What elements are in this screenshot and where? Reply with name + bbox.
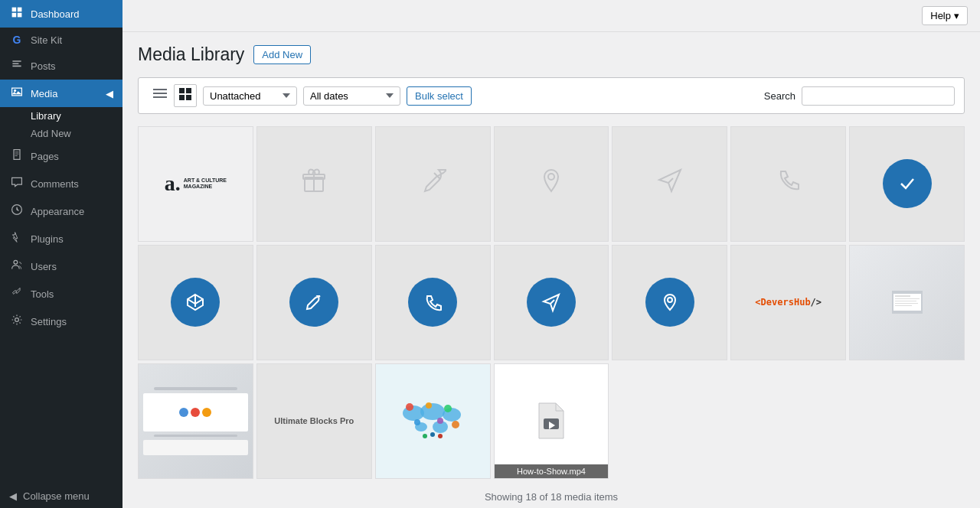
svg-rect-11 bbox=[186, 88, 191, 93]
svg-rect-7 bbox=[153, 89, 167, 90]
media-item[interactable] bbox=[138, 363, 253, 479]
posts-icon bbox=[9, 58, 24, 73]
sidebar-item-label: Site Kit bbox=[31, 34, 62, 46]
sidebar-item-posts[interactable]: Posts bbox=[0, 52, 122, 80]
media-icon-circle bbox=[645, 278, 694, 327]
svg-point-33 bbox=[437, 418, 443, 424]
page-title: Media Library bbox=[138, 44, 244, 65]
plugins-icon bbox=[9, 231, 24, 246]
svg-point-17 bbox=[668, 298, 672, 302]
view-toggle bbox=[148, 84, 197, 107]
svg-rect-24 bbox=[895, 305, 912, 306]
svg-point-36 bbox=[430, 432, 435, 437]
media-icon-outline bbox=[300, 167, 328, 200]
sidebar-item-label: Settings bbox=[31, 316, 67, 327]
sidebar-arrow: ◀ bbox=[106, 88, 113, 99]
sidebar-item-label: Appearance bbox=[31, 206, 84, 217]
media-item[interactable] bbox=[256, 245, 372, 360]
media-filename: How-to-Show.mp4 bbox=[495, 464, 609, 478]
list-view-button[interactable] bbox=[148, 84, 172, 107]
svg-rect-22 bbox=[895, 301, 916, 301]
media-grid: a. ART & CULTUREMAGAZINE bbox=[138, 126, 965, 479]
media-icon-circle bbox=[883, 159, 932, 208]
sidebar-item-settings[interactable]: Settings bbox=[0, 308, 122, 335]
svg-point-30 bbox=[406, 403, 413, 411]
media-item[interactable] bbox=[849, 126, 965, 242]
svg-rect-10 bbox=[179, 88, 185, 93]
media-item[interactable] bbox=[612, 126, 727, 242]
media-item[interactable] bbox=[849, 245, 965, 360]
sidebar-sub-add-new[interactable]: Add New bbox=[0, 125, 122, 142]
svg-point-16 bbox=[548, 174, 554, 180]
collapse-icon: ◀ bbox=[9, 490, 17, 502]
sidebar-item-label: Users bbox=[31, 261, 57, 272]
sidebar-item-tools[interactable]: Tools bbox=[0, 280, 122, 308]
svg-point-4 bbox=[14, 90, 16, 92]
svg-point-32 bbox=[444, 405, 452, 412]
svg-rect-13 bbox=[186, 95, 191, 100]
media-item[interactable] bbox=[256, 126, 372, 242]
svg-point-34 bbox=[414, 419, 420, 425]
sidebar-item-label: Posts bbox=[31, 60, 56, 72]
media-icon-circle bbox=[171, 278, 220, 327]
media-item[interactable] bbox=[375, 363, 491, 479]
media-item[interactable] bbox=[730, 126, 846, 242]
sidebar-item-label: Plugins bbox=[31, 233, 64, 245]
media-item[interactable]: How-to-Show.mp4 bbox=[494, 363, 609, 479]
add-new-button[interactable]: Add New bbox=[253, 45, 311, 64]
dashboard-icon bbox=[9, 6, 24, 21]
media-item[interactable] bbox=[138, 245, 253, 360]
svg-rect-1 bbox=[18, 8, 22, 12]
sidebar-item-users[interactable]: Users bbox=[0, 252, 122, 280]
svg-rect-12 bbox=[179, 95, 185, 100]
sidebar-item-dashboard[interactable]: Dashboard bbox=[0, 0, 122, 28]
sidebar-sub-library[interactable]: Library bbox=[0, 107, 122, 125]
sidebar-item-label: Dashboard bbox=[31, 8, 80, 20]
grid-view-button[interactable] bbox=[174, 84, 197, 107]
media-item[interactable]: a. ART & CULTUREMAGAZINE bbox=[138, 126, 253, 242]
sidebar-sub-label: Library bbox=[31, 110, 61, 122]
collapse-label: Collapse menu bbox=[23, 490, 90, 502]
help-chevron-icon: ▾ bbox=[954, 10, 959, 21]
sidebar-item-label: Media bbox=[31, 88, 57, 99]
users-icon bbox=[9, 259, 24, 274]
collapse-menu-button[interactable]: ◀ Collapse menu bbox=[0, 484, 122, 508]
sidebar: Dashboard G Site Kit Posts Media ◀ Libra… bbox=[0, 0, 122, 508]
tools-icon bbox=[9, 286, 24, 301]
help-label: Help bbox=[930, 10, 951, 21]
svg-rect-20 bbox=[895, 295, 910, 297]
media-text: Ultimate Blocks Pro bbox=[268, 410, 360, 431]
svg-point-38 bbox=[423, 434, 427, 438]
media-item[interactable] bbox=[494, 245, 609, 360]
media-item[interactable] bbox=[375, 245, 491, 360]
media-count: Showing 18 of 18 media items bbox=[485, 491, 618, 503]
media-item[interactable] bbox=[494, 126, 609, 242]
sidebar-item-media[interactable]: Media ◀ bbox=[0, 80, 122, 107]
date-select[interactable]: All dates January 2024 December 2023 bbox=[303, 86, 400, 106]
help-button[interactable]: Help ▾ bbox=[922, 6, 968, 25]
sidebar-item-sitekit[interactable]: G Site Kit bbox=[0, 28, 122, 52]
media-icon-outline bbox=[656, 167, 684, 200]
sidebar-item-pages[interactable]: Pages bbox=[0, 142, 122, 170]
svg-rect-2 bbox=[12, 13, 17, 18]
media-icon-circle bbox=[289, 278, 338, 327]
search-label: Search bbox=[764, 90, 795, 102]
sidebar-item-appearance[interactable]: Appearance bbox=[0, 197, 122, 225]
media-icon-circle bbox=[408, 278, 457, 327]
sidebar-item-comments[interactable]: Comments bbox=[0, 170, 122, 197]
filter-select[interactable]: Unattached Attached All media items bbox=[203, 86, 297, 106]
status-bar: Showing 18 of 18 media items bbox=[138, 479, 965, 508]
media-item[interactable]: Ultimate Blocks Pro bbox=[256, 363, 372, 479]
media-item[interactable]: <DeversHub/> bbox=[730, 245, 846, 360]
svg-rect-21 bbox=[895, 298, 920, 299]
search-input[interactable] bbox=[802, 86, 955, 106]
settings-icon bbox=[9, 314, 24, 329]
bulk-select-button[interactable]: Bulk select bbox=[407, 86, 472, 106]
svg-rect-23 bbox=[895, 303, 918, 304]
appearance-icon bbox=[9, 204, 24, 219]
media-icon-outline bbox=[419, 167, 446, 200]
media-icon-outline bbox=[775, 167, 802, 200]
media-item[interactable] bbox=[612, 245, 727, 360]
sidebar-item-plugins[interactable]: Plugins bbox=[0, 225, 122, 252]
media-item[interactable] bbox=[375, 126, 491, 242]
